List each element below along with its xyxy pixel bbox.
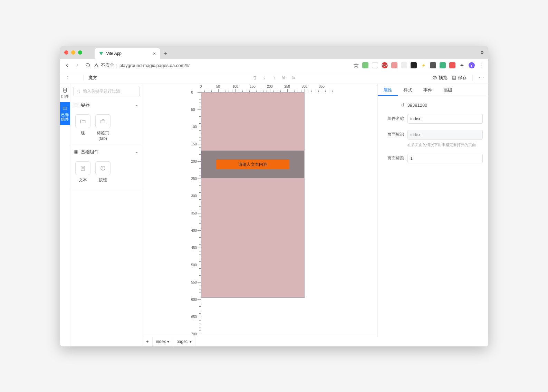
tab-attr[interactable]: 属性 bbox=[378, 84, 398, 96]
database-icon bbox=[62, 87, 68, 93]
band-container[interactable]: 请输入文本内容 bbox=[201, 151, 304, 178]
label-page-title: 页面标题 bbox=[383, 155, 404, 161]
toolbar-right: 预览 保存 ⋮ bbox=[432, 75, 484, 81]
window-controls[interactable] bbox=[64, 50, 82, 55]
tab-advanced[interactable]: 高级 bbox=[438, 84, 458, 96]
comp-text[interactable]: 文本 bbox=[75, 161, 90, 183]
url-text: playground-magic.pages.oa.com/#/ bbox=[119, 63, 190, 68]
grid-icon bbox=[74, 103, 78, 107]
ext-icon[interactable]: ⚡ bbox=[420, 62, 426, 68]
search-placeholder: 输入关键字进行过滤 bbox=[83, 88, 120, 94]
add-page-button[interactable]: + bbox=[143, 337, 153, 346]
caret-down-icon: ▾ bbox=[167, 337, 169, 346]
component-panel: 输入关键字进行过滤 容器 ⌄ 组 标签页 (tab) bbox=[70, 84, 143, 346]
tab-event[interactable]: 事件 bbox=[418, 84, 438, 96]
ext-icon[interactable] bbox=[411, 62, 417, 68]
layers-icon bbox=[62, 106, 68, 111]
text-icon bbox=[80, 165, 86, 171]
power-icon bbox=[100, 165, 106, 171]
label-name: 组件名称 bbox=[383, 116, 404, 122]
input-name[interactable] bbox=[407, 114, 483, 124]
text-placeholder[interactable]: 请输入文本内容 bbox=[216, 160, 289, 169]
tab-title: Vite App bbox=[106, 51, 122, 56]
svg-rect-4 bbox=[63, 107, 67, 110]
browser-window: Vite App × + 不安全 | playground-magic.page… bbox=[60, 46, 488, 346]
next-icon[interactable] bbox=[272, 75, 277, 80]
chevron-down-icon: ⌄ bbox=[135, 102, 139, 107]
section-basic[interactable]: 基础组件 ⌄ bbox=[70, 146, 143, 158]
artboard[interactable]: 请输入文本内容 bbox=[201, 92, 305, 298]
browser-tab[interactable]: Vite App × bbox=[95, 48, 160, 59]
ruler-vertical: 0501001502002503003504004505005506006507… bbox=[191, 92, 201, 337]
svg-point-3 bbox=[63, 88, 66, 89]
canvas-area[interactable]: 050100150200250300350 050100150200250300… bbox=[143, 84, 378, 337]
page-tabs-bar: + index ▾ page1 ▾ bbox=[143, 337, 378, 346]
section-container[interactable]: 容器 ⌄ bbox=[70, 99, 143, 111]
app-toolbar: 〈 魔方 预览 保存 ⋮ bbox=[60, 72, 488, 84]
inspector-tabs: 属性 样式 事件 高级 bbox=[378, 84, 488, 96]
left-rail: 组件 已选 组件 bbox=[60, 84, 70, 346]
ruler-horizontal: 050100150200250300350 bbox=[201, 84, 378, 92]
folder-icon bbox=[80, 118, 86, 124]
svg-rect-9 bbox=[74, 152, 76, 154]
svg-rect-6 bbox=[101, 120, 105, 123]
save-button[interactable]: 保存 bbox=[452, 75, 467, 81]
inspector-panel: 属性 样式 事件 高级 id39381280 组件名称 页面标识 在多页面的情况… bbox=[378, 84, 488, 346]
forward-icon[interactable] bbox=[75, 63, 80, 68]
canvas-controls bbox=[252, 75, 296, 80]
search-icon bbox=[76, 89, 81, 94]
app-title: 魔方 bbox=[88, 75, 97, 81]
extensions: ABP ⚡ ✦ Y bbox=[362, 62, 475, 68]
zoom-out-icon[interactable] bbox=[291, 75, 296, 80]
new-tab-button[interactable]: + bbox=[164, 50, 167, 57]
zoom-in-icon[interactable] bbox=[281, 75, 286, 80]
account-icon[interactable] bbox=[481, 51, 483, 54]
ext-abp-icon[interactable]: ABP bbox=[382, 62, 388, 68]
puzzle-icon[interactable]: ✦ bbox=[459, 62, 465, 68]
back-button[interactable]: 〈 bbox=[64, 75, 69, 81]
value-id: 39381280 bbox=[407, 103, 427, 108]
ext-icon[interactable] bbox=[391, 62, 397, 68]
reload-icon[interactable] bbox=[85, 63, 90, 68]
ext-vue-icon[interactable] bbox=[440, 62, 446, 68]
page-tab-index[interactable]: index ▾ bbox=[153, 337, 173, 346]
chevron-down-icon: ⌄ bbox=[135, 149, 139, 154]
trash-icon[interactable] bbox=[252, 75, 257, 80]
menu-icon[interactable]: ⋮ bbox=[478, 62, 484, 69]
svg-rect-8 bbox=[76, 150, 78, 152]
prev-icon[interactable] bbox=[262, 75, 267, 80]
comp-tab[interactable]: 标签页 (tab) bbox=[95, 114, 110, 141]
star-icon[interactable] bbox=[353, 63, 359, 68]
svg-point-2 bbox=[434, 77, 435, 78]
vite-icon bbox=[99, 51, 104, 56]
label-id: id bbox=[383, 103, 404, 107]
search-input[interactable]: 输入关键字进行过滤 bbox=[73, 87, 140, 96]
ext-icon[interactable] bbox=[401, 62, 407, 68]
ext-icon[interactable] bbox=[372, 62, 378, 68]
rail-selected[interactable]: 已选 组件 bbox=[60, 102, 70, 125]
titlebar: Vite App × + bbox=[60, 46, 488, 59]
url-box[interactable]: 不安全 | playground-magic.pages.oa.com/#/ bbox=[94, 62, 190, 68]
preview-button[interactable]: 预览 bbox=[432, 75, 448, 81]
comp-button[interactable]: 按钮 bbox=[95, 161, 110, 183]
svg-point-5 bbox=[77, 90, 79, 92]
security-label: 不安全 bbox=[101, 62, 114, 68]
input-page-title[interactable] bbox=[407, 154, 483, 163]
more-icon[interactable]: ⋮ bbox=[478, 75, 484, 81]
svg-rect-7 bbox=[74, 150, 76, 152]
rail-components[interactable]: 组件 bbox=[60, 84, 70, 102]
ext-icon[interactable] bbox=[362, 62, 368, 68]
page-tab-page1[interactable]: page1 ▾ bbox=[173, 337, 195, 346]
grid-icon bbox=[74, 150, 78, 154]
svg-rect-10 bbox=[76, 152, 78, 154]
ext-icon[interactable] bbox=[449, 62, 455, 68]
hint-text: 在多页面的情况下用来指定要打开的页面 bbox=[383, 142, 483, 147]
tab-style[interactable]: 样式 bbox=[398, 84, 418, 96]
comp-group[interactable]: 组 bbox=[75, 114, 90, 141]
warning-icon bbox=[94, 63, 99, 68]
input-page-key bbox=[407, 130, 483, 140]
back-icon[interactable] bbox=[64, 63, 70, 68]
avatar-icon[interactable]: Y bbox=[469, 62, 475, 68]
ext-icon[interactable] bbox=[430, 62, 436, 68]
close-icon[interactable]: × bbox=[153, 51, 156, 56]
